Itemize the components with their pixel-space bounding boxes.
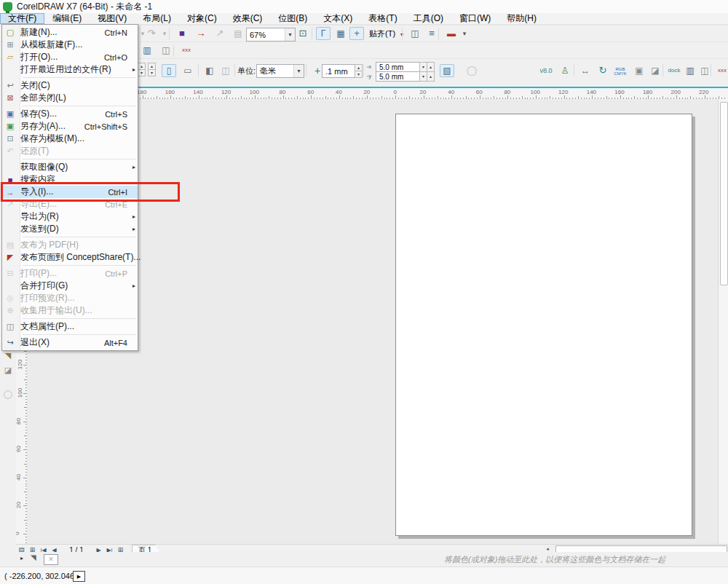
file-menu-item-8[interactable]: ⊡保存为模板(M)... [2, 133, 138, 145]
mm-ruler-icon[interactable]: ▥ [140, 44, 154, 57]
vertical-scrollbar[interactable] [718, 99, 728, 544]
eyedropper-icon[interactable]: ◥ [31, 553, 36, 561]
delete-symbols-icon[interactable]: xxx [715, 64, 728, 77]
nudge-distance-field[interactable]: .1 mm [322, 64, 357, 78]
zoom-level-combo[interactable]: 67% ▾ [246, 28, 296, 42]
page-portrait-button[interactable]: ▯ [162, 64, 176, 77]
menubar-item-8[interactable]: 表格(T) [360, 13, 405, 24]
welcome-screen-icon[interactable]: ▬ [444, 27, 459, 40]
units-dropdown-icon[interactable]: ▾ [293, 65, 304, 77]
menubar-item-0[interactable]: 文件(F) [0, 13, 44, 24]
export-icon[interactable]: ↗ [213, 27, 227, 40]
menubar-item-3[interactable]: 布局(L) [135, 13, 179, 24]
no-color-well[interactable]: ✕ [44, 554, 58, 565]
import-icon: → [4, 188, 17, 197]
rotate-duplicate-icon[interactable]: ↻ [596, 64, 610, 77]
scroll-left-icon[interactable]: ◂ [544, 545, 551, 552]
file-menu-item-11[interactable]: ■搜索内容 [2, 173, 138, 186]
snap-to-button[interactable]: 贴齐(T) ▾ [366, 28, 406, 40]
vertical-scrollbar-thumb[interactable] [720, 102, 728, 285]
document-page[interactable] [395, 114, 692, 536]
ruler-label: 60 [476, 89, 483, 95]
redo-dropdown-icon[interactable]: ▾ [157, 27, 172, 40]
duplicate-y-field[interactable]: 5.0 mm [376, 71, 421, 82]
symbols-manager-icon[interactable]: xxx [179, 44, 194, 57]
ruler-label: 120 [558, 89, 568, 95]
file-menu-item-3[interactable]: 打开最近用过的文件(R)▸ [2, 63, 138, 76]
interactive-fill-tool-icon[interactable]: ◪ [1, 364, 15, 376]
nudge-spinner[interactable]: ▴▾ [355, 64, 363, 77]
options-icon[interactable]: ◫ [408, 27, 422, 40]
file-menu-item-1[interactable]: ⊞从模板新建(F)... [2, 39, 138, 51]
palette-hint-text: 将颜色(或对象)拖动至此处，以便将这些颜色与文档存储在一起 [444, 554, 665, 565]
file-menu-item-10[interactable]: 获取图像(Q)▸ [2, 161, 138, 173]
treat-as-filled-button[interactable]: ▧ [440, 64, 454, 77]
publish-pdf-icon[interactable]: ▤ [231, 27, 245, 40]
menubar-item-2[interactable]: 视图(V) [90, 13, 135, 24]
file-menu-item-6[interactable]: ▣保存(S)...Ctrl+S [2, 108, 138, 120]
sliders-icon[interactable]: ≡ [424, 27, 439, 40]
measure-icon[interactable]: ↔ [578, 64, 593, 77]
menubar-item-7[interactable]: 文本(X) [315, 13, 360, 24]
menu-item-label: 导入(I)... [20, 186, 53, 198]
page-height-spinner[interactable]: ▴▾ [148, 63, 156, 76]
file-menu-item-7[interactable]: ▣另存为(A)...Ctrl+Shift+S [2, 120, 138, 133]
file-menu-item-21: ⊕收集用于输出(U)... [2, 304, 138, 317]
zoom-dropdown-icon[interactable]: ▾ [285, 28, 295, 41]
page-landscape-button[interactable]: ▭ [181, 64, 195, 77]
menubar-item-11[interactable]: 帮助(H) [499, 13, 545, 24]
status-flyout-button[interactable]: ▶ [73, 571, 85, 582]
duplicate-x-field[interactable]: 5.0 mm [376, 62, 421, 72]
file-menu-item-19[interactable]: 合并打印(G)▸ [2, 280, 138, 292]
outline-tool-icon[interactable]: ◯ [1, 388, 15, 400]
corner-roundness-icon[interactable]: ◯ [464, 64, 479, 77]
duplicate-y-spinner[interactable]: ▾▴ [419, 71, 434, 82]
ruler-label: 40 [16, 474, 22, 481]
eyedropper-tool-icon[interactable]: ◥ [1, 350, 15, 361]
units-combo[interactable]: 毫米 ▾ [256, 64, 304, 78]
all-pages-icon[interactable]: ◫ [218, 64, 233, 77]
file-menu-item-12[interactable]: →导入(I)...Ctrl+I [2, 186, 138, 198]
user-profile-icon[interactable]: ♙ [558, 64, 572, 77]
menubar-item-4[interactable]: 对象(C) [179, 13, 225, 24]
file-menu-item-4[interactable]: ↩关闭(C) [2, 79, 138, 92]
file-menu-item-22[interactable]: ◫文档属性(P)... [2, 320, 138, 333]
import-icon[interactable]: → [194, 27, 208, 40]
file-menu-item-23[interactable]: ↪退出(X)Alt+F4 [2, 336, 138, 349]
file-menu-item-0[interactable]: ▢新建(N)...Ctrl+N [2, 26, 138, 39]
file-menu-item-5[interactable]: ⊠全部关闭(L) [2, 92, 138, 104]
coreldraw-window: CorelDRAW X7 (64-Bit) - 未命名 -1 文件(F)编辑(E… [0, 0, 728, 584]
menubar-item-9[interactable]: 工具(O) [405, 13, 451, 24]
save-as-template-icon: ⊡ [4, 134, 17, 143]
file-menu-item-2[interactable]: ▱打开(O)...Ctrl+O [2, 51, 138, 63]
menubar-item-5[interactable]: 效果(C) [225, 13, 271, 24]
current-page-icon[interactable]: ◧ [202, 64, 217, 77]
mm-grid-icon[interactable]: ▥ [683, 64, 697, 77]
submenu-arrow-icon: ▸ [132, 213, 135, 220]
fill-open-icon[interactable]: ◪ [648, 64, 662, 77]
palette-flyout-icon[interactable]: ▸ [20, 555, 23, 561]
duplicate-x-spinner[interactable]: ▾▴ [419, 62, 434, 72]
application-launcher-icon[interactable]: ■ [175, 27, 189, 40]
file-menu-item-17[interactable]: ◤发布页面到 ConceptShare(T)... [2, 251, 138, 264]
file-menu-item-14[interactable]: 导出为(R)▸ [2, 210, 138, 223]
rgb-cmyk-icon[interactable]: RGBCMYK [613, 64, 628, 80]
show-grid-icon[interactable]: ▦ [333, 27, 348, 40]
show-guidelines-icon[interactable]: + [349, 27, 364, 40]
bitmap-icon[interactable]: ▣ [632, 64, 646, 77]
revert-icon: ↶ [4, 146, 17, 156]
menubar-item-6[interactable]: 位图(B) [270, 13, 315, 24]
layers-icon[interactable]: ◫ [697, 64, 712, 77]
file-menu-item-15[interactable]: 发送到(D)▸ [2, 223, 138, 235]
nudge-icon[interactable]: + [310, 64, 325, 77]
welcome-dropdown-icon[interactable]: ▾ [457, 27, 472, 40]
duplicate-options-icon[interactable]: ◫ [159, 44, 173, 57]
zoom-level-value: 67% [250, 31, 266, 39]
show-rulers-icon[interactable]: Γ [316, 27, 331, 40]
redo-icon[interactable]: ↷ [144, 27, 159, 40]
menu-item-shortcut: Ctrl+S [105, 110, 138, 119]
page-width-spinner[interactable]: ▴▾ [138, 63, 146, 76]
menubar-item-1[interactable]: 编辑(E) [44, 13, 90, 24]
menubar-item-10[interactable]: 窗口(W) [451, 13, 499, 24]
full-screen-preview-icon[interactable]: ⊡ [296, 27, 310, 40]
